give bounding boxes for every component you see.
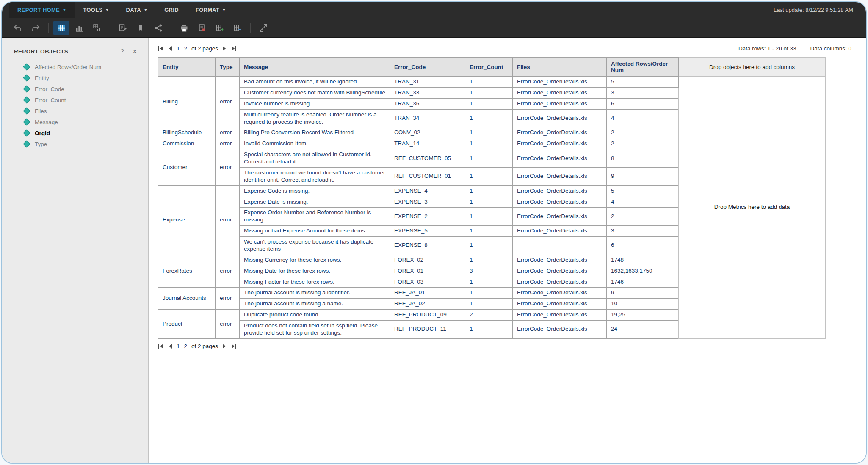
caret-down-icon: ▼ [222, 8, 226, 12]
report-object-item[interactable]: Affected Rows/Order Num [24, 61, 148, 72]
share-icon[interactable] [150, 21, 166, 35]
bookmark-icon[interactable] [133, 21, 149, 35]
maximize-icon[interactable] [255, 21, 271, 35]
export-pdf-icon[interactable] [194, 21, 210, 35]
menu-grid[interactable]: GRID [156, 2, 187, 18]
column-header-entity[interactable]: Entity [158, 58, 216, 77]
files-cell: ErrorCode_OrderDetails.xls [513, 266, 607, 277]
affected-cell: 4 [607, 197, 679, 208]
prev-page-icon[interactable] [168, 46, 172, 51]
menu-report-home-label: REPORT HOME [17, 7, 60, 13]
status-divider [803, 45, 803, 52]
first-page-icon[interactable] [158, 343, 164, 349]
page-number-link[interactable]: 2 [184, 343, 188, 349]
report-object-item[interactable]: Type [24, 138, 148, 149]
report-object-label: Error_Count [35, 97, 66, 103]
entity-cell: Journal Accounts [158, 288, 216, 310]
undo-icon[interactable] [10, 21, 26, 35]
error-code-cell: FOREX_01 [390, 266, 465, 277]
files-cell: ErrorCode_OrderDetails.xls [513, 77, 607, 88]
report-object-item[interactable]: Message [24, 116, 148, 127]
next-page-icon[interactable] [222, 46, 227, 51]
first-page-icon[interactable] [158, 46, 164, 51]
message-cell: Bad amount on this invoice, it will be i… [240, 77, 390, 88]
attribute-diamond-icon [23, 141, 30, 148]
graph-view-icon[interactable] [71, 21, 87, 35]
grid-toprow: 1 2 of 2 pages Data rows: 1 - 20 of 33 D… [158, 42, 851, 55]
report-object-label: Message [35, 119, 58, 125]
design-mode-icon[interactable] [115, 21, 131, 35]
affected-cell: 3 [607, 87, 679, 98]
files-cell: ErrorCode_OrderDetails.xls [513, 138, 607, 149]
drop-data-zone[interactable]: Drop Metrics here to add data [679, 77, 826, 339]
print-icon[interactable] [176, 21, 192, 35]
page-number-link[interactable]: 2 [184, 45, 188, 52]
table-row: BillingerrorBad amount on this invoice, … [158, 77, 826, 88]
message-cell: Expense Code is missing. [240, 185, 390, 197]
last-page-icon[interactable] [231, 46, 237, 51]
column-header-affected-rows-order-num[interactable]: Affected Rows/Order Num [607, 58, 679, 77]
export-excel-icon[interactable] [212, 21, 228, 35]
type-cell: error [216, 77, 240, 127]
message-cell: Special characters are not allowed in Cu… [240, 149, 390, 168]
column-header-message[interactable]: Message [240, 58, 390, 77]
next-page-icon[interactable] [222, 343, 227, 349]
caret-down-icon: ▼ [144, 8, 148, 12]
menu-tools[interactable]: TOOLS ▼ [75, 2, 117, 18]
column-header-error-count[interactable]: Error_Count [465, 58, 513, 77]
files-cell: ErrorCode_OrderDetails.xls [513, 321, 607, 339]
report-object-item[interactable]: Error_Code [24, 83, 148, 94]
report-object-label: Error_Code [35, 86, 64, 92]
affected-cell: 6 [607, 237, 679, 255]
error-count-cell: 1 [465, 98, 513, 109]
menu-data[interactable]: DATA ▼ [118, 2, 156, 18]
grid-view-icon[interactable] [53, 21, 69, 35]
export-data-icon[interactable] [229, 21, 246, 35]
menu-report-home[interactable]: REPORT HOME ▼ [9, 2, 75, 18]
report-object-item[interactable]: Files [24, 105, 148, 116]
grid-graph-view-icon[interactable] [89, 21, 105, 35]
error-count-cell: 1 [465, 149, 513, 168]
report-object-item[interactable]: Entity [24, 72, 148, 83]
files-cell: ErrorCode_OrderDetails.xls [513, 208, 607, 226]
report-objects-header: REPORT OBJECTS ? ✕ [2, 38, 148, 60]
message-cell: Expense Order Number and Reference Numbe… [240, 208, 390, 226]
type-cell: error [216, 310, 240, 339]
column-header-error-code[interactable]: Error_Code [390, 58, 465, 77]
menu-tools-label: TOOLS [83, 7, 102, 13]
report-object-item[interactable]: OrgId [24, 127, 148, 138]
affected-cell: 8 [607, 149, 679, 168]
pages-label: of 2 pages [191, 45, 218, 52]
menu-format[interactable]: FORMAT ▼ [187, 2, 235, 18]
type-cell: error [216, 138, 240, 149]
error-count-cell: 1 [465, 237, 513, 255]
error-count-cell: 1 [465, 299, 513, 310]
drop-columns-zone[interactable]: Drop objects here to add columns [679, 58, 826, 77]
close-icon[interactable]: ✕ [133, 48, 137, 55]
error-code-cell: TRAN_34 [390, 109, 465, 127]
report-object-item[interactable]: Error_Count [24, 94, 148, 105]
menu-format-label: FORMAT [196, 7, 219, 13]
message-cell: Missing Factor for these forex rows. [240, 277, 390, 288]
column-header-files[interactable]: Files [513, 58, 607, 77]
report-object-label: Type [35, 141, 47, 147]
app-window: REPORT HOME ▼ TOOLS ▼ DATA ▼ GRID FORMAT… [1, 1, 867, 464]
affected-cell: 24 [607, 321, 679, 339]
help-icon[interactable]: ? [121, 48, 124, 55]
error-code-cell: TRAN_36 [390, 98, 465, 109]
prev-page-icon[interactable] [168, 343, 172, 349]
data-rows-text: Data rows: 1 - 20 of 33 [738, 45, 796, 52]
error-count-cell: 1 [465, 208, 513, 226]
error-code-cell: EXPENSE_8 [390, 237, 465, 255]
error-code-cell: EXPENSE_2 [390, 208, 465, 226]
files-cell: ErrorCode_OrderDetails.xls [513, 109, 607, 127]
affected-cell: 2 [607, 127, 679, 138]
entity-cell: Customer [158, 149, 216, 186]
entity-cell: BillingSchedule [158, 127, 216, 138]
last-update-text: Last update: 8/12/22 9:51:28 AM [774, 2, 866, 18]
redo-icon[interactable] [28, 21, 44, 35]
toolbar-separator [110, 23, 110, 33]
column-header-type[interactable]: Type [216, 58, 240, 77]
error-code-cell: REF_JA_02 [390, 299, 465, 310]
last-page-icon[interactable] [231, 343, 237, 349]
